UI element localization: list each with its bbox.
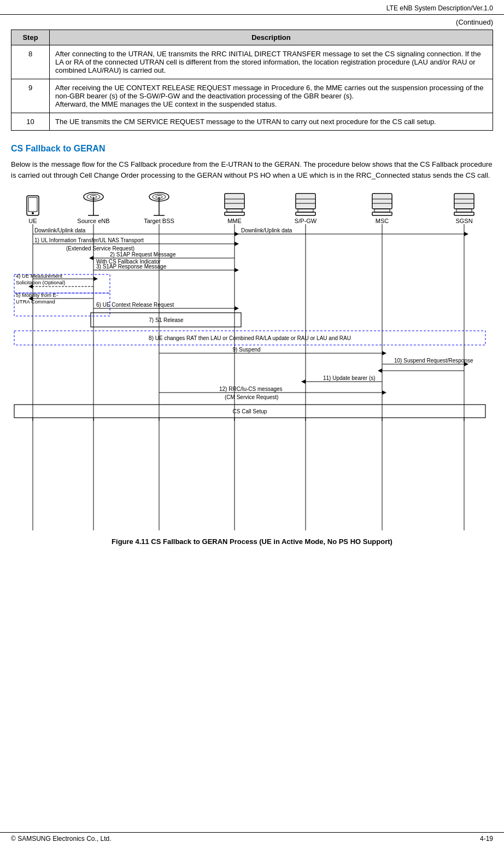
footer-left: © SAMSUNG Electronics Co., Ltd. xyxy=(11,835,112,843)
step3-label: 3) S1AP Response Message xyxy=(96,264,167,270)
step-desc-part1: After receiving the UE CONTEXT RELEASE R… xyxy=(55,84,483,100)
svg-marker-47 xyxy=(235,268,239,272)
cs-call-label: CS Call Setup xyxy=(233,408,267,414)
svg-rect-1 xyxy=(28,197,37,212)
footer-right: 4-19 xyxy=(480,835,493,843)
svg-marker-52 xyxy=(382,351,386,355)
diagram-container: UE Source eNB Target BSS xyxy=(11,191,493,532)
step2-label: 2) S1AP Request Message xyxy=(110,252,176,258)
step7-label: 7) S1 Release xyxy=(149,317,184,323)
svg-marker-55 xyxy=(301,379,306,384)
svg-text:S/P-GW: S/P-GW xyxy=(295,218,317,224)
step-description: The UE transmits the CM SERVICE REQUEST … xyxy=(50,113,493,131)
page-header: LTE eNB System Description/Ver.1.0 xyxy=(0,0,504,15)
diagram-svg: UE Source eNB Target BSS xyxy=(11,191,493,530)
step-number: 8 xyxy=(11,45,50,79)
msc-icon: MSC xyxy=(372,194,392,224)
steps-table: Step Description 8 After connecting to t… xyxy=(11,30,493,131)
header-title: LTE eNB System Description/Ver.1.0 xyxy=(386,4,493,12)
step4-sub: Solicitation (Optional) xyxy=(16,279,65,285)
step11-label: 11) Update bearer (s) xyxy=(323,375,376,381)
svg-text:SGSN: SGSN xyxy=(455,218,472,224)
step6-label: 6) UE Context Release Request xyxy=(96,302,174,308)
step-description: After connecting to the UTRAN, UE transm… xyxy=(50,45,493,79)
svg-marker-44 xyxy=(464,232,468,236)
svg-text:MME: MME xyxy=(227,218,242,224)
svg-rect-41 xyxy=(454,212,474,215)
svg-marker-46 xyxy=(89,256,93,260)
svg-rect-40 xyxy=(456,209,472,212)
ue-icon: UE xyxy=(27,196,39,224)
table-row: 10 The UE transmits the CM SERVICE REQUE… xyxy=(11,113,493,131)
svg-text:Source eNB: Source eNB xyxy=(77,218,109,224)
continued-label: (Continued) xyxy=(0,15,504,30)
step-number: 9 xyxy=(11,79,50,113)
dl-ul-label-right: Downlink/Uplink data xyxy=(241,227,292,233)
svg-rect-37 xyxy=(455,195,473,208)
step1-sub: (Extended Service Request) xyxy=(66,245,134,252)
step9-label: 9) Suspend xyxy=(232,347,260,353)
step12-label: 12) RRC/Iu-CS messages xyxy=(219,386,283,392)
svg-rect-30 xyxy=(373,195,391,208)
svg-rect-19 xyxy=(227,209,242,212)
section-heading: CS Fallback to GERAN xyxy=(11,144,493,154)
table-row: 9 After receiving the UE CONTEXT RELEASE… xyxy=(11,79,493,113)
svg-marker-45 xyxy=(235,242,239,246)
step-number: 10 xyxy=(11,113,50,131)
svg-rect-27 xyxy=(296,212,315,215)
step12-sub: (CM Service Request) xyxy=(225,394,278,400)
svg-marker-51 xyxy=(235,306,239,311)
table-row: 8 After connecting to the UTRAN, UE tran… xyxy=(11,45,493,79)
svg-rect-34 xyxy=(372,212,392,215)
svg-rect-20 xyxy=(225,212,244,215)
step-desc-part2: Afterward, the MME manages the UE contex… xyxy=(55,100,277,108)
step10-label: 10) Suspend Request/Response xyxy=(394,358,473,364)
svg-marker-48 xyxy=(93,277,98,281)
section-body: Below is the message flow for the CS Fal… xyxy=(11,159,493,180)
dl-ul-label-left: Downlink/Uplink data xyxy=(34,227,86,233)
step-description: After receiving the UE CONTEXT RELEASE R… xyxy=(50,79,493,113)
svg-point-2 xyxy=(32,212,34,214)
step8-label: 8) UE changes RAT then LAU or Combined R… xyxy=(149,335,351,341)
step5-sub: UTRA Command xyxy=(16,299,55,305)
svg-text:Target BSS: Target BSS xyxy=(144,218,174,224)
col-step: Step xyxy=(11,30,50,45)
col-description: Description xyxy=(50,30,493,45)
page-footer: © SAMSUNG Electronics Co., Ltd. 4-19 xyxy=(0,832,504,843)
step1-label: 1) UL Information Transfer/UL NAS Transp… xyxy=(34,237,144,243)
target-bss-icon: Target BSS xyxy=(144,192,174,224)
svg-rect-16 xyxy=(226,195,243,208)
svg-text:MSC: MSC xyxy=(376,218,389,224)
svg-marker-56 xyxy=(382,390,386,395)
svg-rect-33 xyxy=(374,209,390,212)
step5-label: 5) Mobility from E- xyxy=(16,292,58,298)
figure-caption: Figure 4.11 CS Fallback to GERAN Process… xyxy=(11,537,493,546)
sgsn-icon: SGSN xyxy=(454,194,474,224)
svg-rect-26 xyxy=(298,209,313,212)
svg-rect-23 xyxy=(297,195,314,208)
mme-icon: MME xyxy=(225,194,244,224)
svg-marker-54 xyxy=(378,369,382,373)
source-enb-icon: Source eNB xyxy=(77,192,109,224)
spgw-icon: S/P-GW xyxy=(295,194,317,224)
ue-label: UE xyxy=(28,218,37,224)
step4-label: 4) UE Measurement xyxy=(16,273,62,279)
